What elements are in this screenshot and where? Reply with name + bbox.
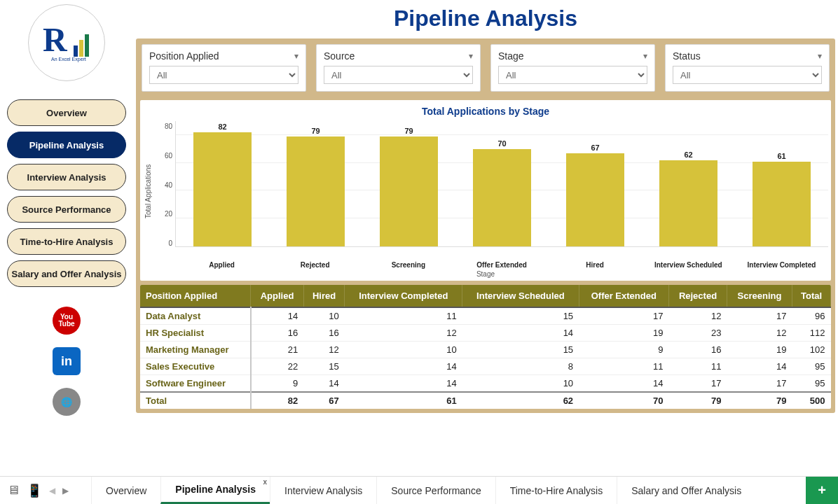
cell: 15 (462, 342, 579, 358)
slicer-source[interactable]: Source▾ All (316, 44, 481, 92)
cell: 11 (669, 358, 727, 375)
slicer-select-status[interactable]: All (673, 66, 822, 84)
svg-rect-1 (74, 46, 78, 57)
nav-pipeline[interactable]: Pipeline Analysis (7, 132, 126, 158)
cell: 102 (792, 342, 831, 358)
col-header[interactable]: Screening (727, 285, 792, 307)
tab-source-performance[interactable]: Source Performance (376, 477, 495, 504)
row-label: Software Engineer (140, 375, 251, 393)
col-header[interactable]: Position Applied (140, 285, 251, 307)
cell: 22 (251, 358, 303, 375)
add-page-button[interactable]: + (806, 477, 838, 504)
slicer-stage[interactable]: Stage▾ All (490, 44, 655, 92)
cell: 9 (579, 342, 668, 358)
cell: 9 (251, 375, 303, 393)
logo: R An Excel Expert (28, 4, 105, 81)
table-total-row: Total82676162707979500 (140, 392, 831, 409)
x-category-label: Hired (549, 261, 642, 269)
x-category-label: Screening (362, 261, 455, 269)
row-label: Total (140, 392, 251, 409)
y-tick: 0 (153, 239, 172, 247)
sidebar: R An Excel Expert OverviewPipeline Analy… (0, 0, 133, 468)
bar-hired[interactable]: 67 (549, 121, 642, 246)
page-title: Pipeline Analysis (133, 6, 838, 31)
bar-value-label: 61 (777, 152, 785, 160)
table-row[interactable]: Data Analyst1410111517121796 (140, 307, 831, 325)
bar (753, 162, 810, 246)
table-row[interactable]: Marketing Manager2112101591619102 (140, 342, 831, 358)
desktop-view-icon[interactable]: 🖥 (7, 483, 20, 498)
cell: 12 (669, 307, 727, 325)
cell: 112 (792, 325, 831, 342)
pivot-table: Position AppliedAppliedHiredInterview Co… (140, 285, 831, 409)
cell: 14 (462, 325, 579, 342)
bar-value-label: 79 (311, 127, 320, 135)
cell: 70 (579, 392, 668, 409)
col-header[interactable]: Interview Scheduled (462, 285, 579, 307)
bar-screening[interactable]: 79 (362, 121, 455, 246)
chart-panel: Total Applications by Stage Total Applic… (140, 100, 831, 281)
mobile-view-icon[interactable]: 📱 (27, 483, 42, 498)
slicer-select-position[interactable]: All (149, 66, 298, 84)
nav-salary[interactable]: Salary and Offer Analysis (7, 260, 126, 287)
cell: 15 (462, 307, 579, 325)
table-row[interactable]: Sales Executive221514811111495 (140, 358, 831, 375)
web-icon[interactable]: 🌐 (53, 388, 81, 416)
slicer-position[interactable]: Position Applied▾ All (142, 44, 306, 92)
tab-overview[interactable]: Overview (91, 477, 160, 504)
table-row[interactable]: Software Engineer914141014171795 (140, 375, 831, 393)
tab-interview-analysis[interactable]: Interview Analysis (270, 477, 376, 504)
y-tick: 60 (153, 152, 172, 160)
bar-applied[interactable]: 82 (176, 121, 269, 246)
filters-row: Position Applied▾ All Source▾ All Stage▾… (140, 43, 831, 96)
bar-offer-extended[interactable]: 70 (455, 121, 549, 246)
bar-value-label: 82 (218, 122, 226, 131)
slicer-select-stage[interactable]: All (498, 66, 647, 84)
cell: 12 (345, 325, 462, 342)
x-axis-categories: AppliedRejectedScreeningOffer ExtendedHi… (175, 261, 828, 269)
table-header-row: Position AppliedAppliedHiredInterview Co… (140, 285, 831, 307)
linkedin-icon[interactable]: in (53, 347, 81, 375)
y-axis-ticks: 806040200 (153, 121, 175, 261)
table-row[interactable]: HR Specialist16161214192312112 (140, 325, 831, 342)
bar-value-label: 70 (497, 139, 506, 148)
bar-rejected[interactable]: 79 (269, 121, 362, 246)
bar (473, 149, 530, 246)
view-controls: 🖥 📱 ◀ ▶ (0, 477, 91, 504)
next-page-icon[interactable]: ▶ (62, 486, 69, 496)
nav-interview[interactable]: Interview Analysis (7, 164, 126, 190)
x-category-label: Interview Scheduled (642, 261, 735, 269)
col-header[interactable]: Hired (303, 285, 345, 307)
slicer-select-source[interactable]: All (324, 66, 473, 84)
main: Pipeline Analysis Position Applied▾ All … (133, 0, 838, 468)
tab-pipeline-analysis[interactable]: Pipeline Analysisx (160, 477, 270, 504)
chevron-down-icon[interactable]: ▾ (643, 51, 647, 61)
social-links: You Tube in 🌐 (53, 307, 81, 416)
chevron-down-icon[interactable]: ▾ (469, 51, 473, 61)
cell: 79 (727, 392, 792, 409)
cell: 16 (303, 325, 345, 342)
close-icon[interactable]: x (263, 478, 267, 486)
row-label: Marketing Manager (140, 342, 251, 358)
chevron-down-icon[interactable]: ▾ (294, 51, 298, 61)
col-header[interactable]: Interview Completed (345, 285, 462, 307)
cell: 62 (462, 392, 579, 409)
youtube-icon[interactable]: You Tube (53, 307, 81, 335)
tab-time-to-hire-analysis[interactable]: Time-to-Hire Analysis (495, 477, 617, 504)
bar-interview-completed[interactable]: 61 (735, 121, 828, 246)
col-header[interactable]: Offer Extended (579, 285, 668, 307)
chevron-down-icon[interactable]: ▾ (818, 51, 822, 61)
tab-salary-and-offer-analysis[interactable]: Salary and Offer Analysis (617, 477, 755, 504)
col-header[interactable]: Applied (251, 285, 303, 307)
x-category-label: Applied (175, 261, 268, 269)
slicer-status[interactable]: Status▾ All (665, 44, 830, 92)
dashboard-panel: Position Applied▾ All Source▾ All Stage▾… (136, 38, 835, 413)
nav-timetohire[interactable]: Time-to-Hire Analysis (7, 228, 126, 255)
col-header[interactable]: Total (792, 285, 831, 307)
nav-overview[interactable]: Overview (7, 99, 126, 126)
bar-interview-scheduled[interactable]: 62 (642, 121, 735, 246)
prev-page-icon[interactable]: ◀ (49, 486, 55, 496)
col-header[interactable]: Rejected (669, 285, 727, 307)
bar (659, 160, 717, 246)
nav-source[interactable]: Source Performance (7, 196, 126, 223)
